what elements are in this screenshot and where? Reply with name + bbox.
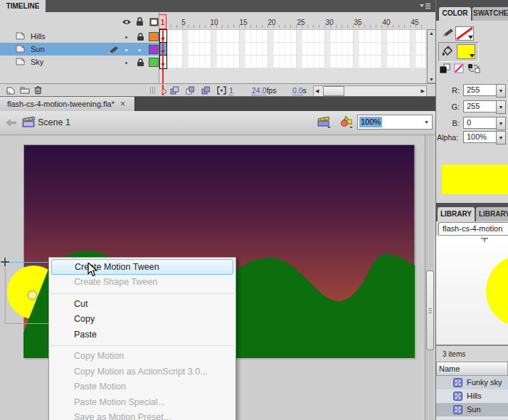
edit-symbols-button[interactable] [339,115,354,130]
scroll-down-arrow[interactable]: ▼ [429,77,434,82]
tab-swatches[interactable]: SWATCHES [472,7,508,21]
stage-vertical-scrollbar[interactable] [425,135,433,420]
current-frame-value[interactable]: 1 [229,86,233,95]
alpha-stepper-button[interactable]: ▼ [496,131,506,145]
outline-all-layers-icon[interactable] [149,18,159,28]
show-hide-all-layers-icon[interactable] [122,19,132,27]
menu-separator [51,293,234,294]
blue-value-field[interactable]: 0 [463,117,497,129]
transformation-point-icon[interactable] [28,291,36,299]
center-frame-icon[interactable] [170,86,179,96]
layer-color-swatch[interactable] [149,58,159,67]
elapsed-time[interactable]: 0.0s [292,86,307,95]
document-tab-bar: flash-cs-4-motion-tweening.fla* × [0,97,435,111]
delete-layer-button[interactable] [34,85,42,96]
scroll-up-arrow[interactable]: ▲ [429,31,434,36]
green-stepper-button[interactable]: ▼ [496,100,506,114]
zoom-dropdown-arrow-icon[interactable]: ▼ [424,120,429,125]
library-document-select[interactable]: flash-cs-4-motion [438,222,508,236]
layer-row-sky[interactable]: Sky [0,56,159,68]
layer-visibility-dot[interactable] [125,36,127,38]
library-item-funky-sky[interactable]: Funky sky [436,376,508,389]
new-folder-button[interactable] [20,86,30,95]
tab-color[interactable]: COLOR [439,7,471,21]
frame-grid-empty-area[interactable] [159,68,425,83]
stroke-color-swatch[interactable] [455,26,474,41]
red-label: R: [436,86,460,95]
frame-grid[interactable] [159,29,425,68]
menu-separator [51,345,234,346]
playhead-line[interactable] [162,28,164,83]
scroll-right-arrow[interactable]: ▶ [421,88,425,93]
swap-colors-icon[interactable] [467,63,480,75]
layer-row-sun[interactable]: Sun [0,43,159,56]
menu-item-create-motion-tween[interactable]: Create Motion Tween [51,259,233,275]
red-stepper-button[interactable]: ▼ [496,84,506,98]
green-value-field[interactable]: 255 [463,100,497,112]
new-layer-button[interactable] [6,86,15,96]
layer-visibility-dot[interactable] [125,62,127,64]
red-value-field[interactable]: 255 [463,84,497,96]
lock-all-layers-icon[interactable] [136,17,144,28]
frame-ruler[interactable]: 5 10 15 20 25 30 35 40 45 [159,14,425,28]
keyframe-sky-frame1[interactable] [159,55,167,69]
frame-rate-value[interactable]: 24.0 [252,86,266,95]
document-tab[interactable]: flash-cs-4-motion-tweening.fla* × [0,97,135,111]
library-item-name: Funky sky [467,378,502,387]
current-color-preview[interactable] [442,164,508,194]
menu-item-copy-motion: Copy Motion [49,349,236,364]
onion-skin-icon[interactable] [186,86,195,96]
layer-unlocked-dot[interactable] [139,49,141,51]
scroll-thumb[interactable] [426,271,434,350]
lock-icon[interactable] [137,58,144,68]
edit-multiple-frames-icon[interactable] [217,86,226,96]
zoom-level-select[interactable]: 100% ▼ [357,115,433,130]
stroke-color-pencil-icon [441,28,454,39]
tab-timeline[interactable]: TIMELINE [0,0,46,12]
menu-item-paste[interactable]: Paste [49,327,236,343]
document-tab-close-icon[interactable]: × [120,99,125,109]
alpha-value-field[interactable]: 100% [463,131,497,143]
library-name-column-header[interactable]: Name [436,362,508,376]
menu-item-cut[interactable]: Cut [49,297,236,313]
keyframe-sun-frame1[interactable] [159,42,167,56]
scroll-thumb[interactable] [323,86,344,96]
blue-stepper-button[interactable]: ▼ [496,117,506,130]
back-arrow-icon[interactable] [6,119,16,128]
preview-resize-grip-icon[interactable] [480,236,489,244]
layer-color-swatch[interactable] [149,32,159,41]
timeline-panel-menu-icon[interactable] [419,2,431,11]
onion-skin-outlines-icon[interactable] [201,86,211,96]
scene-name-label[interactable]: Scene 1 [38,117,70,127]
library-item-name: Sun [467,405,481,414]
layer-name: Sky [31,58,43,66]
selection-corner-handle-icon[interactable] [1,258,9,268]
scroll-left-arrow[interactable]: ◀ [315,88,319,93]
layer-color-swatch[interactable] [149,45,159,54]
swatch-dropdown-arrow-icon[interactable] [468,32,473,41]
tab-library-2[interactable]: LIBRARY [476,207,508,221]
keyframe-hills-frame1[interactable] [159,29,167,43]
library-item-sun[interactable]: Sun [436,403,508,416]
menu-item-copy[interactable]: Copy [49,312,236,327]
layer-row-hills[interactable]: Hills [0,30,159,43]
edit-scene-button[interactable] [317,115,332,130]
fill-color-swatch[interactable] [457,44,475,59]
timeline-panel: TIMELINE Hills Sun [0,0,435,97]
playhead-frame-box[interactable]: 1 [159,14,166,29]
frame-rate-unit: fps [266,86,276,95]
movie-clip-icon [453,392,462,402]
black-white-colors-icon[interactable] [440,63,450,75]
tab-library-1[interactable]: LIBRARY [438,207,475,221]
status-playhead-knob[interactable] [162,89,166,94]
swatch-dropdown-arrow-icon[interactable] [470,51,475,59]
panel-resize-grip[interactable] [150,87,156,94]
no-color-icon[interactable] [454,63,464,75]
library-item-hills[interactable]: Hills [436,389,508,403]
frames-horizontal-scrollbar[interactable]: ◀ ▶ [313,85,427,97]
lock-icon[interactable] [137,33,144,43]
layer-visibility-dot[interactable] [125,49,127,51]
elapsed-time-value[interactable]: 0.0 [292,86,303,95]
pencil-editing-icon [107,46,120,56]
frame-rate[interactable]: 24.0fps [252,86,276,95]
